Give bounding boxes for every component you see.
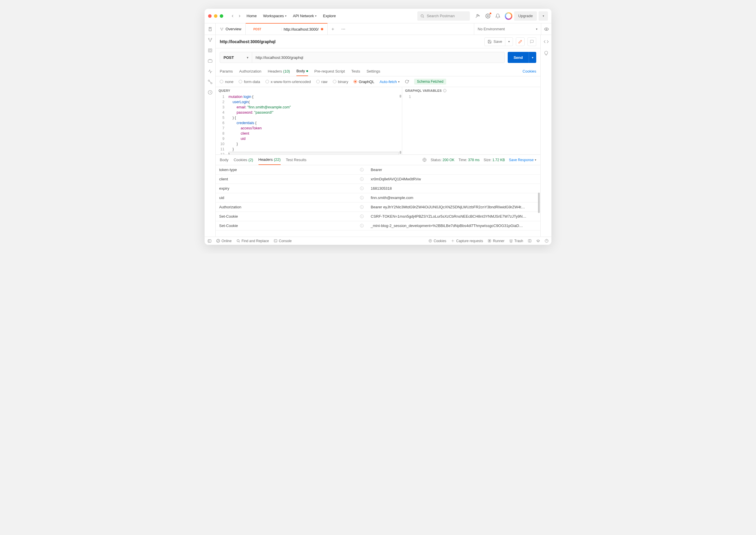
tab-tests[interactable]: Tests bbox=[351, 67, 360, 76]
search-icon bbox=[420, 14, 424, 18]
tab-headers[interactable]: Headers (10) bbox=[268, 67, 290, 76]
nav-home[interactable]: Home bbox=[246, 14, 257, 18]
search-placeholder: Search Postman bbox=[427, 14, 455, 18]
runner-button[interactable]: Runner bbox=[488, 239, 504, 243]
bodytype-binary[interactable]: binary bbox=[333, 79, 348, 84]
trash-button[interactable]: Trash bbox=[509, 239, 523, 243]
header-row: AuthorizationⓘBearer eyJhY2Nlc3MtdG9rZW4… bbox=[216, 203, 540, 212]
chevron-down-icon: ▾ bbox=[247, 56, 248, 59]
monitors-icon[interactable] bbox=[208, 69, 213, 74]
upgrade-menu-button[interactable]: ▾ bbox=[539, 11, 548, 21]
svg-rect-34 bbox=[274, 239, 277, 242]
notifications-icon[interactable] bbox=[495, 13, 501, 19]
bodytype-raw[interactable]: raw bbox=[316, 79, 327, 84]
cookies-link[interactable]: Cookies bbox=[522, 69, 536, 73]
url-input[interactable] bbox=[252, 52, 504, 63]
refresh-schema-button[interactable] bbox=[405, 79, 409, 84]
tips-icon[interactable] bbox=[544, 51, 549, 56]
capture-button[interactable]: Capture requests bbox=[451, 239, 483, 243]
svg-point-16 bbox=[211, 38, 212, 39]
globe-icon[interactable] bbox=[422, 158, 427, 162]
bodytype-formdata[interactable]: form-data bbox=[239, 79, 260, 84]
tab-params[interactable]: Params bbox=[220, 67, 233, 76]
tab-prerequest[interactable]: Pre-request Script bbox=[315, 67, 345, 76]
radio-label: form-data bbox=[244, 79, 260, 84]
overview-icon bbox=[220, 27, 224, 31]
svg-marker-42 bbox=[489, 240, 490, 241]
radio-label: GraphQL bbox=[359, 79, 374, 84]
schema-status-pill: Schema Fetched bbox=[414, 79, 446, 85]
back-button[interactable] bbox=[229, 13, 236, 19]
method-selector[interactable]: POST ▾ bbox=[220, 52, 252, 63]
resp-tab-testresults[interactable]: Test Results bbox=[286, 155, 307, 165]
nav-workspaces[interactable]: Workspaces▾ bbox=[263, 14, 287, 18]
send-menu-button[interactable]: ▾ bbox=[529, 52, 536, 63]
cookies-button[interactable]: Cookies bbox=[429, 239, 446, 243]
online-status[interactable]: Online bbox=[216, 239, 232, 243]
zoom-window-button[interactable] bbox=[220, 14, 223, 18]
search-input[interactable]: Search Postman bbox=[417, 11, 470, 21]
history-icon[interactable] bbox=[208, 90, 213, 95]
radio-label: x-www-form-urlencoded bbox=[271, 79, 311, 84]
save-menu-button[interactable]: ▾ bbox=[505, 38, 513, 46]
help-button[interactable] bbox=[545, 239, 548, 243]
resp-tab-headers[interactable]: Headers (22) bbox=[259, 155, 281, 165]
apis-icon[interactable] bbox=[208, 48, 213, 53]
scratchpad-icon[interactable] bbox=[205, 23, 216, 35]
tab-label: Overview bbox=[226, 27, 241, 31]
find-replace-button[interactable]: Find and Replace bbox=[237, 239, 269, 243]
tab-body[interactable]: Body bbox=[296, 67, 308, 76]
environment-selector[interactable]: No Environment ▾ bbox=[474, 23, 541, 35]
comment-icon-button[interactable] bbox=[527, 37, 536, 46]
settings-icon[interactable] bbox=[485, 13, 491, 19]
resp-tab-body[interactable]: Body bbox=[220, 155, 229, 165]
bodytype-none[interactable]: none bbox=[220, 79, 234, 84]
tab-authorization[interactable]: Authorization bbox=[239, 67, 262, 76]
graphql-editor: QUERY 123456789101112 mutation login { u… bbox=[216, 87, 540, 155]
bootcamp-button[interactable] bbox=[536, 239, 540, 243]
scrollbar[interactable] bbox=[538, 166, 540, 236]
minimize-window-button[interactable] bbox=[214, 14, 217, 18]
environments-icon[interactable] bbox=[208, 58, 213, 64]
save-button[interactable]: Save bbox=[485, 38, 505, 46]
tab-request-active[interactable]: POST http://localhost:3000/ bbox=[246, 23, 327, 35]
tab-settings[interactable]: Settings bbox=[367, 67, 380, 76]
invite-icon[interactable] bbox=[475, 13, 481, 19]
collections-icon[interactable] bbox=[208, 37, 213, 42]
variables-header: GRAPHQL VARIABLES bbox=[402, 87, 540, 94]
new-tab-button[interactable] bbox=[327, 23, 338, 35]
svg-point-11 bbox=[342, 29, 342, 29]
radio-label: raw bbox=[322, 79, 327, 84]
chevron-down-icon: ▾ bbox=[285, 14, 287, 17]
tab-options-button[interactable] bbox=[338, 23, 349, 35]
save-response-button[interactable]: Save Response▾ bbox=[509, 158, 536, 162]
environment-quicklook-button[interactable] bbox=[541, 23, 551, 35]
console-button[interactable]: Console bbox=[274, 239, 292, 243]
svg-point-37 bbox=[430, 240, 430, 241]
code-icon[interactable] bbox=[544, 39, 549, 44]
flows-icon[interactable] bbox=[208, 79, 213, 85]
notification-dot bbox=[490, 13, 491, 14]
send-button[interactable]: Send bbox=[508, 52, 529, 63]
query-editor[interactable]: 123456789101112 mutation login { userLog… bbox=[216, 94, 402, 155]
upgrade-button[interactable]: Upgrade bbox=[514, 11, 537, 21]
two-pane-button[interactable] bbox=[528, 239, 532, 243]
sidebar-toggle[interactable] bbox=[208, 239, 211, 243]
nav-api-network[interactable]: API Network▾ bbox=[293, 14, 317, 18]
autofetch-toggle[interactable]: Auto-fetch▾ bbox=[379, 79, 399, 84]
nav-explore[interactable]: Explore bbox=[323, 14, 336, 18]
resp-tab-cookies[interactable]: Cookies (2) bbox=[234, 155, 253, 165]
tab-overview[interactable]: Overview bbox=[216, 23, 246, 35]
method-label: POST bbox=[224, 55, 234, 60]
svg-point-12 bbox=[343, 29, 344, 29]
edit-icon-button[interactable] bbox=[516, 37, 525, 46]
chevron-down-icon: ▾ bbox=[398, 80, 400, 83]
scrollbar[interactable] bbox=[400, 95, 401, 154]
close-window-button[interactable] bbox=[208, 14, 211, 18]
bodytype-graphql[interactable]: GraphQL bbox=[353, 79, 374, 84]
bodytype-xwww[interactable]: x-www-form-urlencoded bbox=[266, 79, 311, 84]
avatar[interactable] bbox=[505, 12, 512, 20]
nav-label: API Network bbox=[293, 14, 314, 18]
variables-editor[interactable]: 1 bbox=[402, 94, 540, 155]
forward-button[interactable] bbox=[236, 13, 243, 19]
